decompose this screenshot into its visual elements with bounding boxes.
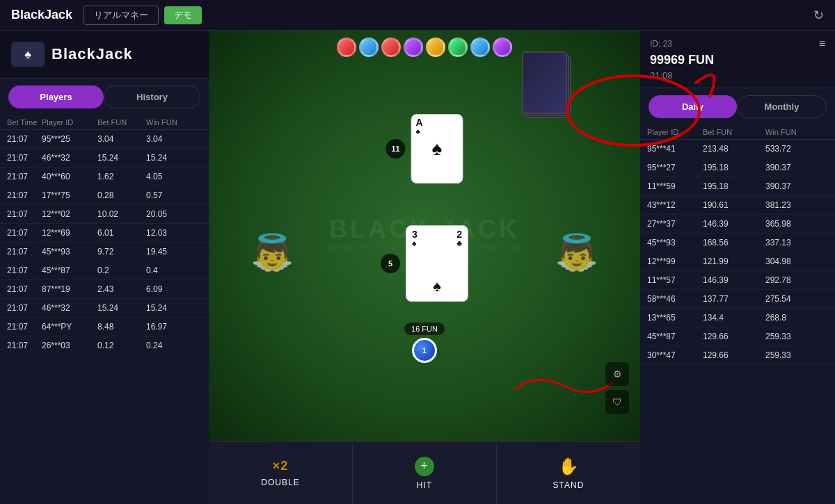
player-card2-suit: ♣ — [456, 239, 462, 247]
right-table-row: 27***37 146.39 365.98 — [640, 215, 835, 234]
cell-bet: 0.28 — [97, 190, 146, 200]
left-tabs: Players History — [0, 79, 209, 115]
cell-win: 0.4 — [146, 266, 195, 275]
cell-bet: 1.62 — [97, 172, 146, 181]
main-layout: ♠ BlackJack Players History Bet Time Pla… — [0, 31, 835, 504]
left-logo-text: BlackJack — [51, 45, 133, 63]
right-table-header: Player ID Bet FUN Win FUN — [640, 125, 835, 140]
angel-right-icon: 👼 — [555, 232, 598, 273]
rcell-player: 30***47 — [647, 350, 703, 360]
rcell-bet: 134.4 — [703, 313, 765, 323]
menu-icon[interactable]: ≡ — [819, 38, 825, 50]
chip-yellow — [426, 38, 445, 57]
card-deck — [522, 51, 584, 135]
tab-history[interactable]: History — [104, 86, 200, 108]
shield-button[interactable]: 🛡 — [605, 390, 629, 414]
rcell-bet: 129.66 — [703, 350, 765, 360]
hit-label: HIT — [417, 480, 432, 490]
right-table-row: 11***59 195.18 390.37 — [640, 177, 835, 196]
rcell-win: 259.33 — [765, 332, 821, 341]
cell-time: 21:07 — [7, 153, 42, 163]
player-score: 5 — [381, 254, 400, 273]
hit-icon: + — [415, 457, 434, 476]
rcell-win: 259.33 — [765, 350, 821, 360]
tab-daily[interactable]: Daily — [649, 95, 737, 118]
right-table-row: 45***87 129.66 259.33 — [640, 327, 835, 346]
demo-button[interactable]: デモ — [164, 6, 202, 24]
settings-gear-button[interactable]: ⚙ — [605, 362, 629, 386]
chip-blue2 — [470, 38, 490, 57]
rcell-win: 533.72 — [765, 144, 821, 154]
double-icon: ×2 — [273, 459, 289, 473]
cell-time: 21:07 — [7, 284, 42, 294]
cell-player: 95***25 — [42, 134, 97, 144]
player-area: 5 3 ♠ 2 ♣ ♠ — [381, 225, 468, 302]
right-table-row: 45***93 168.56 337.13 — [640, 234, 835, 252]
cell-win: 4.05 — [146, 172, 195, 181]
angel-left-icon: 👼 — [250, 232, 294, 273]
rcell-bet: 146.39 — [703, 219, 765, 229]
table-row: 21:07 45***87 0.2 0.4 — [0, 261, 209, 280]
col-win-fun: Win FUN — [146, 118, 195, 127]
cell-player: 45***87 — [42, 266, 97, 275]
deck-card-3 — [522, 51, 567, 114]
tab-monthly[interactable]: Monthly — [737, 95, 827, 118]
balance-display: 99969 FUN — [650, 53, 825, 67]
right-table-row: 95***27 195.18 390.37 — [640, 158, 835, 177]
rcell-bet: 195.18 — [703, 163, 765, 172]
rcol-player-id: Player ID — [647, 128, 703, 136]
chip-purple2 — [493, 38, 512, 57]
refresh-icon[interactable]: ↻ — [813, 8, 824, 23]
cell-win: 0.24 — [146, 341, 195, 350]
cell-win: 15.24 — [146, 153, 195, 163]
cell-bet: 15.24 — [97, 153, 146, 163]
cell-bet: 2.43 — [97, 284, 146, 294]
cell-win: 20.05 — [146, 209, 195, 219]
table-row: 21:07 46***32 15.24 15.24 — [0, 149, 209, 168]
table-row: 21:07 87***19 2.43 6.09 — [0, 280, 209, 299]
rcell-win: 304.98 — [765, 257, 821, 266]
dealer-card-suit-top: ♠ — [416, 127, 459, 136]
cell-player: 17***75 — [42, 190, 97, 200]
cell-time: 21:07 — [7, 303, 42, 313]
bet-chip-icon: 1 — [412, 338, 437, 363]
bet-label: 16 FUN — [404, 323, 445, 335]
double-button[interactable]: ×2 DOUBLE — [209, 442, 353, 504]
logo-suit-icon: ♠ — [11, 42, 45, 67]
deck-stack — [522, 51, 571, 121]
cell-player: 12***69 — [42, 228, 97, 238]
rcell-player: 45***93 — [647, 238, 703, 247]
col-player-id: Player ID — [42, 118, 97, 127]
right-table-row: 12***99 121.99 304.98 — [640, 252, 835, 271]
cell-time: 21:07 — [7, 172, 42, 181]
bottom-actions: ×2 DOUBLE + HIT ✋ STAND — [209, 441, 640, 504]
chip-red — [337, 38, 356, 57]
left-table-rows: 21:07 95***25 3.04 3.04 21:07 46***32 15… — [0, 130, 209, 504]
cell-player: 12***02 — [42, 209, 97, 219]
stand-button[interactable]: ✋ STAND — [497, 442, 640, 504]
right-table-row: 30***47 129.66 259.33 — [640, 346, 835, 365]
cell-time: 21:07 — [7, 322, 42, 332]
right-table-row: 58***46 137.77 275.54 — [640, 290, 835, 309]
left-table-header: Bet Time Player ID Bet FUN Win FUN — [0, 115, 209, 130]
dealer-area: 11 A ♠ ♠ — [386, 114, 463, 184]
topbar: BlackJack リアルマネー デモ ↻ — [0, 0, 835, 31]
player-id-row: ID: 23 ≡ — [650, 38, 825, 50]
real-money-button[interactable]: リアルマネー — [84, 6, 159, 25]
hit-button[interactable]: + HIT — [353, 442, 497, 504]
cell-win: 15.24 — [146, 303, 195, 313]
stand-icon: ✋ — [558, 457, 580, 476]
tab-players[interactable]: Players — [8, 86, 104, 108]
chip-tray — [337, 38, 512, 57]
chip-red2 — [381, 38, 401, 57]
rcell-player: 95***41 — [647, 144, 703, 154]
double-label: DOUBLE — [261, 478, 299, 487]
cell-bet: 6.01 — [97, 228, 146, 238]
cell-bet: 9.72 — [97, 247, 146, 257]
right-table-row: 13***65 134.4 268.8 — [640, 309, 835, 327]
rcell-bet: 129.66 — [703, 332, 765, 341]
cell-player: 46***32 — [42, 153, 97, 163]
cell-time: 21:07 — [7, 228, 42, 238]
left-logo-area: ♠ BlackJack — [0, 31, 209, 79]
rcell-player: 58***46 — [647, 294, 703, 304]
